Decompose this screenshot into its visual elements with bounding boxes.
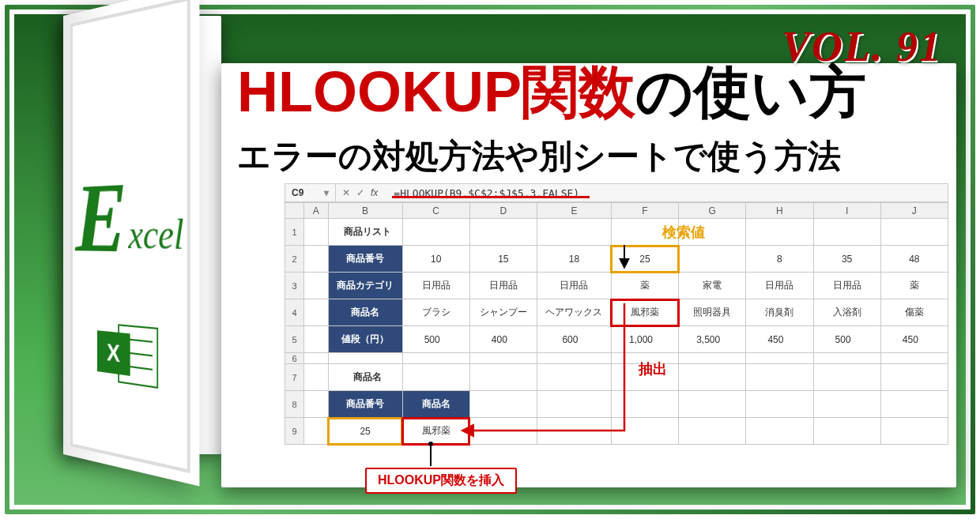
col-F[interactable]: F xyxy=(611,203,678,219)
formula-bar: C9 ▾ ✕ ✓ fx =HLOOKUP(B9,$C$2:$J$5,3,FALS… xyxy=(285,183,948,202)
price-4[interactable]: 3,500 xyxy=(679,326,746,353)
formula-input[interactable]: =HLOOKUP(B9,$C$2:$J$5,3,FALSE) xyxy=(389,187,948,199)
result-number[interactable]: 25 xyxy=(328,418,402,445)
spreadsheet-grid[interactable]: A B C D E F G H I J 1 商品リスト 2 商品番号 10 15… xyxy=(285,202,948,445)
header-category[interactable]: 商品カテゴリ xyxy=(328,273,402,299)
excel-wordmark: E xcel xyxy=(76,171,184,262)
row-8: 8 商品番号 商品名 xyxy=(285,391,948,418)
cancel-icon[interactable]: ✕ xyxy=(342,187,350,198)
col-I[interactable]: I xyxy=(813,203,880,219)
row-3: 3 商品カテゴリ 日用品 日用品 日用品 薬 家電 日用品 日用品 薬 xyxy=(285,273,948,299)
name-1[interactable]: シャンプー xyxy=(469,299,537,326)
row-7: 7 商品名 xyxy=(285,364,948,391)
price-5[interactable]: 450 xyxy=(746,326,813,353)
cat-0[interactable]: 日用品 xyxy=(402,273,469,299)
price-0[interactable]: 500 xyxy=(402,326,469,353)
formula-underline xyxy=(392,196,590,198)
num-2[interactable]: 18 xyxy=(537,246,611,273)
cat-6[interactable]: 日用品 xyxy=(813,273,880,299)
num-1[interactable]: 15 xyxy=(469,246,537,273)
name-box[interactable]: C9 ▾ xyxy=(285,184,336,201)
cell-reference: C9 xyxy=(292,187,303,198)
row-5: 5 値段（円） 500 400 600 1,000 3,500 450 500 … xyxy=(285,326,948,353)
title-black: の使い方 xyxy=(635,60,866,123)
header-price[interactable]: 値段（円） xyxy=(328,326,402,353)
num-0[interactable]: 10 xyxy=(402,246,469,273)
col-D[interactable]: D xyxy=(469,203,537,219)
row-num-7[interactable]: 7 xyxy=(285,364,304,391)
cat-1[interactable]: 日用品 xyxy=(469,273,537,299)
name-0[interactable]: ブラシ xyxy=(402,299,469,326)
result-section-title[interactable]: 商品名 xyxy=(328,364,402,391)
row-num-3[interactable]: 3 xyxy=(285,273,304,299)
header-number[interactable]: 商品番号 xyxy=(328,246,402,273)
subtitle: エラーの対処方法や別シートで使う方法 xyxy=(237,134,841,179)
row-num-8[interactable]: 8 xyxy=(285,391,304,418)
confirm-icon[interactable]: ✓ xyxy=(356,187,364,198)
excel-letter-rest: xcel xyxy=(128,217,183,254)
header-name[interactable]: 商品名 xyxy=(328,299,402,326)
column-header-row: A B C D E F G H I J xyxy=(285,203,948,219)
row-num-5[interactable]: 5 xyxy=(285,326,304,353)
col-H[interactable]: H xyxy=(746,203,813,219)
row-6: 6 xyxy=(285,353,948,364)
title-red: HLOOKUP関数 xyxy=(237,60,635,123)
row-9: 9 25 風邪薬 xyxy=(285,418,948,445)
name-7[interactable]: 傷薬 xyxy=(880,299,948,326)
name-4[interactable]: 照明器具 xyxy=(679,299,746,326)
cat-5[interactable]: 日用品 xyxy=(746,273,813,299)
col-J[interactable]: J xyxy=(880,203,948,219)
corner-cell[interactable] xyxy=(285,203,304,219)
result-header-name[interactable]: 商品名 xyxy=(402,391,469,418)
result-header-number[interactable]: 商品番号 xyxy=(328,391,402,418)
num-5[interactable]: 8 xyxy=(746,246,813,273)
name-6[interactable]: 入浴剤 xyxy=(813,299,880,326)
row-num-6[interactable]: 6 xyxy=(285,353,304,364)
price-6[interactable]: 500 xyxy=(813,326,880,353)
fx-icon[interactable]: fx xyxy=(371,187,378,198)
result-name[interactable]: 風邪薬 xyxy=(402,418,469,445)
num-4[interactable] xyxy=(679,246,746,273)
row-2: 2 商品番号 10 15 18 25 8 35 48 xyxy=(285,246,948,273)
col-C[interactable]: C xyxy=(402,203,469,219)
name-box-dropdown-icon[interactable]: ▾ xyxy=(324,187,329,198)
col-A[interactable]: A xyxy=(304,203,329,219)
main-title: HLOOKUP関数の使い方 xyxy=(237,63,866,120)
num-6[interactable]: 35 xyxy=(813,246,880,273)
excel-sheet: C9 ▾ ✕ ✓ fx =HLOOKUP(B9,$C$2:$J$5,3,FALS… xyxy=(285,183,948,445)
price-1[interactable]: 400 xyxy=(469,326,537,353)
name-3-result-source[interactable]: 風邪薬 xyxy=(611,299,678,326)
row-num-1[interactable]: 1 xyxy=(285,219,304,246)
row-4: 4 商品名 ブラシ シャンプー ヘアワックス 風邪薬 照明器具 消臭剤 入浴剤 … xyxy=(285,299,948,326)
door-graphic: E xcel X xyxy=(47,16,245,454)
cat-3[interactable]: 薬 xyxy=(611,273,678,299)
row-num-4[interactable]: 4 xyxy=(285,299,304,326)
row-num-9[interactable]: 9 xyxy=(285,418,304,445)
price-7[interactable]: 450 xyxy=(880,326,948,353)
name-5[interactable]: 消臭剤 xyxy=(746,299,813,326)
col-B[interactable]: B xyxy=(328,203,402,219)
cat-7[interactable]: 薬 xyxy=(880,273,948,299)
row-1: 1 商品リスト xyxy=(285,219,948,246)
col-G[interactable]: G xyxy=(679,203,746,219)
cat-2[interactable]: 日用品 xyxy=(537,273,611,299)
cat-4[interactable]: 家電 xyxy=(679,273,746,299)
num-3-search-key[interactable]: 25 xyxy=(611,246,678,273)
col-E[interactable]: E xyxy=(537,203,611,219)
excel-letter-E: E xyxy=(76,175,127,261)
price-3[interactable]: 1,000 xyxy=(611,326,678,353)
name-2[interactable]: ヘアワックス xyxy=(537,299,611,326)
excel-x-icon: X xyxy=(97,330,130,376)
row-num-2[interactable]: 2 xyxy=(285,246,304,273)
excel-file-icon: X xyxy=(97,318,158,394)
num-7[interactable]: 48 xyxy=(880,246,948,273)
list-title[interactable]: 商品リスト xyxy=(328,219,402,246)
price-2[interactable]: 600 xyxy=(537,326,611,353)
